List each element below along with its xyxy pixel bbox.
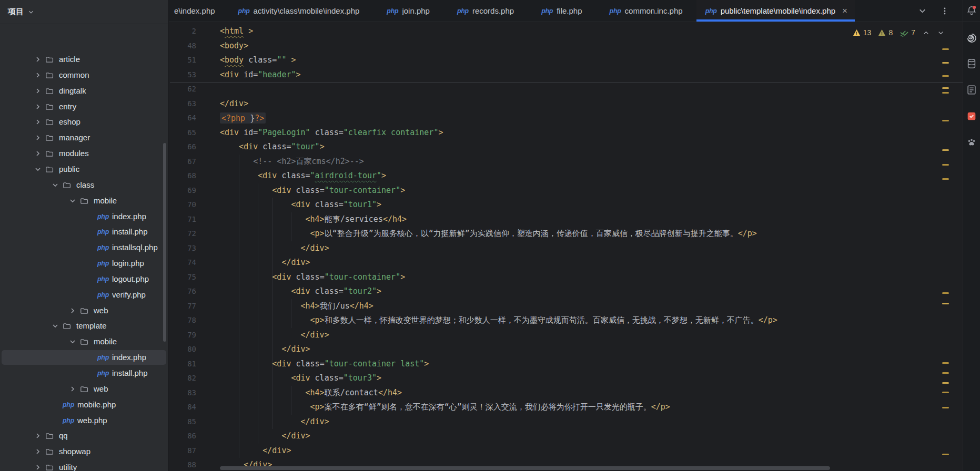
chevron-right-icon[interactable] — [34, 463, 42, 471]
code-editor[interactable]: 2<html >48<body>51<body class="" >53<div… — [169, 22, 963, 471]
tree-item-template[interactable]: template — [0, 318, 168, 334]
project-panel-header[interactable]: 项目 — [0, 0, 168, 24]
tree-item-web[interactable]: web — [0, 381, 168, 397]
tree-item-mobile[interactable]: mobile — [0, 193, 168, 209]
code-text[interactable]: </div> — [220, 342, 310, 357]
chevron-right-icon[interactable] — [34, 55, 42, 64]
code-text[interactable]: <!-- <h2>百家cms</h2>--> — [220, 155, 364, 169]
chevron-down-icon[interactable] — [918, 6, 927, 15]
warning-stripe-mark[interactable] — [942, 362, 949, 364]
tree-item-mobile-php[interactable]: phpmobile.php — [0, 397, 168, 413]
tree-item-login-php[interactable]: phplogin.php — [0, 255, 168, 271]
code-text[interactable]: <html > — [220, 24, 253, 39]
code-text[interactable]: <h4>能事/services</h4> — [220, 212, 407, 227]
warning-stripe-mark[interactable] — [942, 382, 949, 384]
chevron-right-icon[interactable] — [68, 306, 77, 315]
chevron-down-icon[interactable] — [34, 165, 42, 173]
code-text[interactable]: <p>以“整合升级”为服务核心，以“力挺新鲜”为实践信仰，塑造内涵，传递价值，百… — [220, 227, 757, 241]
tree-item-utility[interactable]: utility — [0, 459, 168, 471]
next-problem-icon[interactable] — [937, 29, 945, 37]
tab-e-index-php[interactable]: e\index.php — [169, 0, 225, 22]
warning-stripe-mark[interactable] — [942, 87, 949, 89]
warning-stripe-mark[interactable] — [942, 48, 949, 50]
tab-records-php[interactable]: phprecords.php — [443, 0, 528, 22]
code-text[interactable]: <body class="" > — [220, 53, 296, 68]
plugin-icon[interactable] — [966, 110, 977, 122]
database-icon[interactable] — [966, 58, 977, 69]
tree-item-shopwap[interactable]: shopwap — [0, 444, 168, 459]
code-text[interactable]: <h4>我们/us</h4> — [220, 299, 373, 314]
warning-stripe-mark[interactable] — [942, 149, 949, 151]
code-text[interactable]: </div> — [220, 255, 310, 270]
warning-stripe-mark[interactable] — [942, 62, 949, 64]
code-text[interactable]: </div> — [220, 241, 329, 256]
tree-item-qq[interactable]: qq — [0, 428, 168, 444]
code-text[interactable]: <div class="tour1"> — [220, 198, 381, 212]
tree-item-install-php[interactable]: phpinstall.php — [0, 365, 168, 381]
chevron-down-icon[interactable] — [68, 197, 77, 205]
code-text[interactable]: </div> — [220, 328, 329, 343]
warning-stripe-mark[interactable] — [942, 120, 949, 121]
tree-item-article[interactable]: article — [0, 52, 168, 67]
warning-stripe-mark[interactable] — [942, 178, 949, 180]
tab-common-inc-php[interactable]: phpcommon.inc.php — [596, 0, 696, 22]
tree-item-common[interactable]: common — [0, 67, 168, 83]
chevron-right-icon[interactable] — [68, 385, 77, 393]
notifications-bell-icon[interactable] — [966, 5, 977, 16]
tree-item-web-php[interactable]: phpweb.php — [0, 413, 168, 428]
chevron-right-icon[interactable] — [34, 118, 42, 126]
code-text[interactable]: <div class="tour"> — [220, 140, 325, 155]
warning-stripe-mark[interactable] — [942, 407, 949, 408]
ai-assistant-icon[interactable] — [966, 32, 977, 43]
chevron-down-icon[interactable] — [51, 181, 59, 189]
chevron-right-icon[interactable] — [34, 71, 42, 79]
warning-stripe-mark[interactable] — [942, 164, 949, 166]
code-text[interactable]: </div> — [220, 97, 248, 111]
code-text[interactable]: <div class="tour2"> — [220, 284, 381, 299]
code-text[interactable]: <div class="airdroid-tour"> — [220, 169, 386, 183]
chevron-down-icon[interactable] — [68, 337, 77, 346]
code-text[interactable]: <div id="header"> — [220, 68, 301, 83]
code-text[interactable]: <?php }?> — [220, 111, 266, 126]
chevron-down-icon[interactable] — [51, 322, 59, 330]
warnings-item[interactable]: 13 — [853, 28, 872, 37]
tree-item-index-php[interactable]: phpindex.php — [0, 350, 168, 365]
tree-item-entry[interactable]: entry — [0, 99, 168, 115]
code-text[interactable]: </div> — [220, 429, 310, 444]
warning-stripe-mark[interactable] — [942, 303, 949, 304]
weak-warnings-item[interactable]: 8 — [878, 28, 893, 37]
code-text[interactable]: <div class="tour-container"> — [220, 270, 405, 285]
tab-public-template-mobile-index-php[interactable]: phppublic\template\mobile\index.php× — [696, 0, 855, 22]
tab-join-php[interactable]: phpjoin.php — [373, 0, 443, 22]
warning-stripe-mark[interactable] — [942, 75, 949, 77]
warning-stripe-mark[interactable] — [942, 292, 949, 294]
code-text[interactable]: <div class="tour3"> — [220, 371, 381, 386]
scratch-file-icon[interactable] — [966, 84, 977, 96]
code-text[interactable]: </div> — [220, 444, 291, 458]
tree-item-verify-php[interactable]: phpverify.php — [0, 287, 168, 303]
tree-item-modules[interactable]: modules — [0, 146, 168, 161]
more-options-icon[interactable] — [941, 7, 949, 15]
warning-stripe-mark[interactable] — [942, 372, 949, 374]
code-text[interactable]: <div id="PageLogin" class="clearfix cont… — [220, 126, 443, 140]
tree-item-public[interactable]: public — [0, 161, 168, 177]
chevron-right-icon[interactable] — [34, 149, 42, 158]
tab-close-icon[interactable]: × — [842, 6, 847, 15]
warning-stripe-mark[interactable] — [942, 454, 949, 455]
warning-stripe-mark[interactable] — [942, 392, 949, 393]
code-text[interactable]: <div class="tour-container last"> — [220, 357, 429, 372]
project-tree-scrollbar[interactable] — [163, 143, 166, 342]
horizontal-scrollbar[interactable] — [220, 466, 830, 470]
tab-file-php[interactable]: phpfile.php — [528, 0, 595, 22]
typos-item[interactable]: 7 — [900, 28, 915, 37]
chevron-right-icon[interactable] — [34, 447, 42, 456]
inspections-widget[interactable]: 13 8 7 — [853, 28, 945, 37]
tree-item-class[interactable]: class — [0, 177, 168, 193]
code-text[interactable]: <body> — [220, 39, 248, 54]
paw-icon[interactable] — [966, 137, 977, 148]
chevron-right-icon[interactable] — [34, 103, 42, 111]
tree-item-index-php[interactable]: phpindex.php — [0, 209, 168, 224]
code-text[interactable]: <h4>联系/contact</h4> — [220, 386, 402, 401]
chevron-right-icon[interactable] — [34, 134, 42, 142]
tree-item-eshop[interactable]: eshop — [0, 114, 168, 130]
